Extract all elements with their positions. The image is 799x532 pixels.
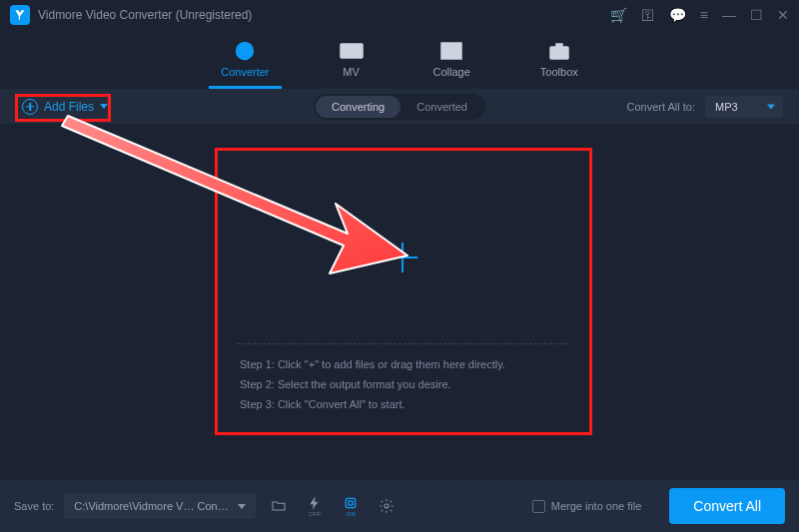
- cart-icon[interactable]: 🛒: [610, 7, 627, 23]
- output-format-select[interactable]: MP3: [705, 96, 783, 118]
- step-2: Step 2: Select the output format you des…: [240, 378, 565, 390]
- dropzone[interactable]: Step 1: Click "+" to add files or drag t…: [228, 172, 577, 443]
- save-to-path: C:\Vidmore\Vidmore V… Converter\Converte…: [74, 500, 230, 512]
- svg-rect-7: [349, 501, 353, 505]
- merge-checkbox[interactable]: Merge into one file: [532, 500, 642, 513]
- top-nav: Converter MV Collage Toolbox: [0, 30, 799, 88]
- convert-all-button[interactable]: Convert All: [669, 488, 785, 524]
- svg-rect-2: [341, 44, 363, 58]
- tab-converting[interactable]: Converting: [316, 96, 400, 118]
- add-files-button[interactable]: Add Files: [16, 96, 114, 118]
- tab-converter-label: Converter: [221, 66, 269, 78]
- add-files-label: Add Files: [44, 100, 94, 114]
- converter-icon: [234, 40, 256, 62]
- settings-button[interactable]: [374, 493, 400, 519]
- merge-label: Merge into one file: [551, 500, 642, 512]
- titlebar: Vidmore Video Converter (Unregistered) 🛒…: [0, 0, 799, 30]
- svg-rect-6: [347, 498, 356, 507]
- hw-accel-toggle[interactable]: OFF: [302, 493, 328, 519]
- plus-circle-icon: [22, 99, 38, 115]
- menu-icon[interactable]: ≡: [700, 7, 708, 23]
- save-to-select[interactable]: C:\Vidmore\Vidmore V… Converter\Converte…: [64, 493, 256, 519]
- sub-toolbar: Add Files Converting Converted Convert A…: [0, 88, 799, 124]
- convert-all-to-label: Convert All to:: [627, 101, 695, 113]
- dropzone-click-area[interactable]: [228, 172, 577, 343]
- step-3: Step 3: Click "Convert All" to start.: [240, 398, 565, 410]
- chevron-down-icon: [238, 504, 246, 509]
- svg-point-3: [347, 51, 351, 55]
- app-logo: [10, 5, 30, 25]
- checkbox-icon: [532, 500, 545, 513]
- svg-point-1: [243, 48, 249, 54]
- step-1: Step 1: Click "+" to add files or drag t…: [240, 358, 565, 370]
- main-area: Step 1: Click "+" to add files or drag t…: [0, 124, 799, 503]
- close-button[interactable]: ✕: [777, 7, 789, 23]
- minimize-button[interactable]: —: [722, 7, 736, 23]
- svg-rect-5: [550, 47, 568, 59]
- status-tabs: Converting Converted: [314, 94, 485, 120]
- window-title: Vidmore Video Converter (Unregistered): [38, 8, 252, 22]
- tab-converted[interactable]: Converted: [400, 96, 483, 118]
- tab-mv[interactable]: MV: [334, 36, 370, 88]
- key-icon[interactable]: ⚿: [641, 7, 655, 23]
- gpu-accel-toggle[interactable]: ON: [338, 493, 364, 519]
- tab-collage[interactable]: Collage: [427, 36, 476, 88]
- tab-mv-label: MV: [343, 66, 360, 78]
- add-plus-icon[interactable]: [388, 243, 417, 272]
- convert-all-to: Convert All to: MP3: [627, 96, 783, 118]
- tab-collage-label: Collage: [433, 66, 470, 78]
- dropdown-caret-icon: [100, 104, 108, 109]
- feedback-icon[interactable]: 💬: [669, 7, 686, 23]
- window-controls: 🛒 ⚿ 💬 ≡ — ☐ ✕: [610, 7, 789, 23]
- tab-toolbox-label: Toolbox: [540, 66, 578, 78]
- mv-icon: [340, 40, 364, 62]
- open-folder-button[interactable]: [266, 493, 292, 519]
- collage-icon: [440, 40, 462, 62]
- save-to-label: Save to:: [14, 500, 54, 512]
- maximize-button[interactable]: ☐: [750, 7, 763, 23]
- toolbox-icon: [548, 40, 570, 62]
- tab-toolbox[interactable]: Toolbox: [534, 36, 584, 88]
- instructions: Step 1: Click "+" to add files or drag t…: [228, 344, 577, 424]
- tab-converter[interactable]: Converter: [215, 36, 275, 88]
- bottom-bar: Save to: C:\Vidmore\Vidmore V… Converter…: [0, 480, 799, 532]
- svg-point-8: [385, 504, 389, 508]
